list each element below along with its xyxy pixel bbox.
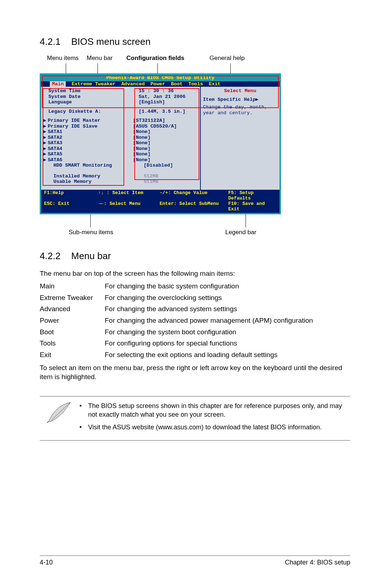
callout-menu-items: Menu items — [47, 55, 87, 62]
table-row: MainFor changing the basic system config… — [40, 282, 350, 291]
menubar-table: MainFor changing the basic system config… — [40, 282, 350, 359]
section-title: Menu bar — [71, 250, 111, 261]
bios-screenshot: Phoenix-Award BIOS CMOS Setup Utility Ma… — [40, 63, 350, 236]
legend-change-value: -/+: Change Value — [160, 190, 228, 201]
section-heading-421: 4.2.1 BIOS menu screen — [40, 36, 350, 47]
callouts-bottom: Sub-menu items Legend bar — [40, 229, 350, 236]
callouts-top: Menu items Menu bar Configuration fields… — [47, 55, 350, 62]
callout-config-fields: Configuration fields — [126, 55, 209, 62]
legend-esc: ESC: Exit — [44, 201, 98, 212]
svg-line-0 — [51, 402, 70, 420]
section-heading-422: 4.2.2 Menu bar — [40, 250, 350, 262]
note-list: •The BIOS setup screens shown in this ch… — [79, 402, 350, 435]
page-number: 4-10 — [40, 559, 53, 566]
legend-f5: F5: Setup Defaults — [228, 190, 277, 201]
legend-select-item: ↑↓ : Select Item — [98, 190, 160, 201]
legend-f1: F1:Help — [44, 190, 98, 201]
legend-enter: Enter: Select SubMenu — [160, 201, 228, 212]
legend-f10: F10: Save and Exit — [228, 201, 277, 212]
table-row: ToolsFor configuring options for special… — [40, 339, 350, 348]
table-row: BootFor changing the system boot configu… — [40, 327, 350, 337]
page-footer: 4-10 Chapter 4: BIOS setup — [40, 555, 350, 566]
note-item: •Visit the ASUS website (www.asus.com) t… — [79, 423, 350, 432]
note-feather-icon — [40, 402, 79, 435]
callout-menu-bar: Menu bar — [87, 55, 126, 62]
table-row: ExitFor selecting the exit options and l… — [40, 350, 350, 360]
table-row: Extreme TweakerFor changing the overcloc… — [40, 293, 350, 302]
note-item: •The BIOS setup screens shown in this ch… — [79, 402, 350, 419]
chapter-label: Chapter 4: BIOS setup — [285, 559, 350, 566]
callout-lines-bottom — [40, 214, 350, 227]
table-row: AdvancedFor changing the advanced system… — [40, 304, 350, 314]
note-box: •The BIOS setup screens shown in this ch… — [40, 396, 350, 441]
select-text: To select an item on the menu bar, press… — [40, 363, 350, 382]
bios-window: Phoenix-Award BIOS CMOS Setup Utility Ma… — [40, 73, 281, 214]
legend-select-menu: →←: Select Menu — [98, 201, 160, 212]
section-number: 4.2.2 — [40, 250, 69, 262]
table-row: PowerFor changing the advanced power man… — [40, 316, 350, 325]
callout-legend: Legend bar — [225, 229, 256, 236]
callout-submenu: Sub-menu items — [69, 229, 113, 236]
intro-text: The menu bar on top of the screen has th… — [40, 269, 350, 278]
callout-lines-top — [40, 63, 350, 73]
section-title: BIOS menu screen — [71, 36, 151, 47]
callout-general-help: General help — [209, 55, 244, 62]
bios-legend-bar: F1:Help ↑↓ : Select Item -/+: Change Val… — [41, 190, 280, 213]
bios-help-panel: Select Menu Item Specific Help▶ Change t… — [200, 87, 280, 190]
section-number: 4.2.1 — [40, 36, 69, 47]
